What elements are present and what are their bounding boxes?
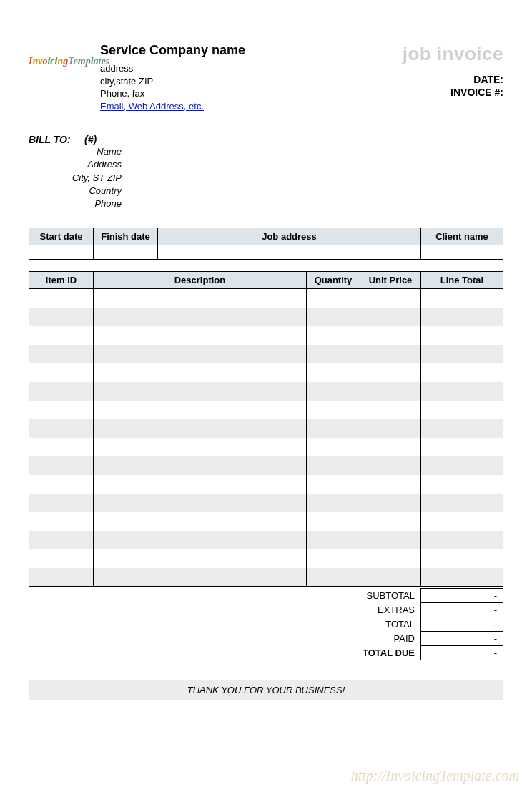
watermark: http://InvoicingTemplate.com: [351, 768, 519, 784]
item-row: [29, 438, 503, 456]
item-row: [29, 494, 503, 512]
header-row: InvoicingTemplates Service Company name …: [29, 43, 503, 112]
company-lines: address city,state ZIP Phone, fax Email,…: [100, 62, 403, 112]
th-item-id: Item ID: [29, 272, 94, 289]
total-label: TOTAL: [29, 617, 421, 632]
th-quantity: Quantity: [307, 272, 360, 289]
company-name: Service Company name: [100, 43, 403, 58]
subtotal-label: SUBTOTAL: [29, 589, 421, 603]
bill-to-city-st-zip: City, ST ZIP: [29, 172, 122, 185]
job-row: [29, 245, 503, 260]
th-description: Description: [94, 272, 307, 289]
item-row: [29, 363, 503, 382]
item-row: [29, 512, 503, 531]
item-row: [29, 531, 503, 549]
th-client-name: Client name: [421, 228, 503, 245]
cell-job-address: [158, 245, 421, 260]
header-right: job invoice DATE: INVOICE #:: [403, 43, 503, 99]
totals-block: SUBTOTAL - EXTRAS - TOTAL - PAID - TOTAL…: [29, 588, 503, 660]
job-table: Start date Finish date Job address Clien…: [29, 228, 503, 260]
bill-to-block: BILL TO: (#) Name Address City, ST ZIP C…: [29, 134, 150, 210]
thank-you-bar: THANK YOU FOR YOUR BUSINESS!: [29, 680, 503, 700]
total-value: -: [421, 617, 503, 632]
company-address: address: [100, 62, 403, 75]
bill-to-country: Country: [29, 185, 122, 197]
item-row: [29, 308, 503, 326]
items-table: Item ID Description Quantity Unit Price …: [29, 271, 503, 587]
paid-value: -: [421, 632, 503, 646]
item-row: [29, 456, 503, 475]
cell-start-date: [29, 245, 94, 260]
company-city-state-zip: city,state ZIP: [100, 75, 403, 88]
invoice-title: job invoice: [403, 43, 503, 65]
bill-to-hash: (#): [84, 134, 97, 145]
invoice-page: InvoicingTemplates Service Company name …: [0, 0, 532, 797]
item-row: [29, 475, 503, 494]
extras-label: EXTRAS: [29, 603, 421, 617]
item-row: [29, 568, 503, 587]
subtotal-value: -: [421, 589, 503, 603]
total-due-value: -: [421, 646, 503, 660]
bill-to-address: Address: [29, 158, 122, 171]
item-row: [29, 326, 503, 345]
th-finish-date: Finish date: [94, 228, 158, 245]
item-row: [29, 289, 503, 308]
item-row: [29, 382, 503, 401]
item-row: [29, 345, 503, 363]
item-row: [29, 549, 503, 568]
bill-to-phone: Phone: [29, 197, 122, 210]
th-start-date: Start date: [29, 228, 94, 245]
cell-client-name: [421, 245, 503, 260]
th-line-total: Line Total: [421, 272, 503, 289]
company-phone-fax: Phone, fax: [100, 87, 403, 100]
logo: InvoicingTemplates: [29, 43, 100, 67]
th-job-address: Job address: [158, 228, 421, 245]
total-due-label: TOTAL DUE: [29, 646, 421, 660]
bill-to-name: Name: [29, 145, 122, 158]
paid-label: PAID: [29, 632, 421, 646]
item-row: [29, 401, 503, 419]
company-block: Service Company name address city,state …: [100, 43, 403, 112]
email-web-link[interactable]: Email, Web Address, etc.: [100, 101, 204, 112]
item-row: [29, 419, 503, 438]
extras-value: -: [421, 603, 503, 617]
date-label: DATE:: [403, 74, 503, 85]
bill-to-label: BILL TO:: [29, 134, 84, 145]
cell-finish-date: [94, 245, 158, 260]
invoice-number-label: INVOICE #:: [403, 87, 503, 98]
th-unit-price: Unit Price: [360, 272, 421, 289]
